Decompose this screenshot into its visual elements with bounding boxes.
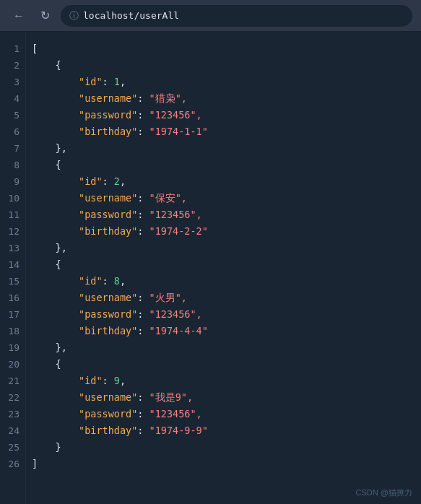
code-line: } [32, 439, 421, 456]
code-line: "username": "猎枭", [32, 90, 421, 107]
code-line: "id": 2, [32, 173, 421, 190]
line-numbers: 1234567891011121314151617181920212223242… [0, 32, 26, 504]
code-line: }, [32, 140, 421, 157]
reload-button[interactable]: ↻ [35, 6, 55, 26]
code-line: { [32, 356, 421, 373]
watermark: CSDN @猫撩力 [356, 487, 412, 498]
code-line: { [32, 57, 421, 74]
code-line: "username": "保安", [32, 190, 421, 207]
code-line: }, [32, 240, 421, 256]
url-text: localhost/userAll [83, 10, 179, 21]
browser-chrome: ← ↻ ⓘ localhost/userAll [0, 0, 421, 32]
address-bar[interactable]: ⓘ localhost/userAll [61, 5, 412, 27]
code-line: "birthday": "1974-1-1" [32, 123, 421, 140]
code-line: "birthday": "1974-4-4" [32, 323, 421, 339]
code-line: "birthday": "1974-9-9" [32, 422, 421, 439]
code-line: "username": "火男", [32, 290, 421, 306]
code-line: "username": "我是9", [32, 389, 421, 406]
code-line: "password": "123456", [32, 306, 421, 323]
code-line: { [32, 256, 421, 273]
code-line: "password": "123456", [32, 406, 421, 422]
code-line: "id": 8, [32, 273, 421, 290]
code-line: "birthday": "1974-2-2" [32, 223, 421, 240]
code-area: 1234567891011121314151617181920212223242… [0, 32, 421, 504]
code-line: [ [32, 40, 421, 57]
code-line: "password": "123456", [32, 207, 421, 223]
back-button[interactable]: ← [9, 6, 29, 26]
code-line: "id": 1, [32, 74, 421, 90]
code-line: }, [32, 339, 421, 356]
code-line: ] [32, 456, 421, 472]
code-line: { [32, 157, 421, 173]
info-icon: ⓘ [69, 9, 79, 22]
code-line: "id": 9, [32, 373, 421, 389]
code-content: [ { "id": 1, "username": "猎枭", "password… [26, 32, 421, 504]
code-line: "password": "123456", [32, 107, 421, 123]
